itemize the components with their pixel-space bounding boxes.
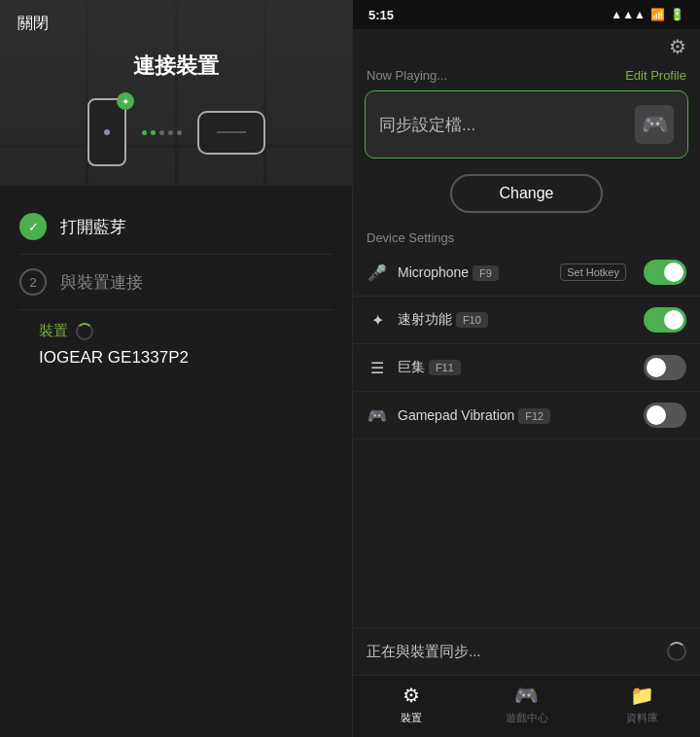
library-icon: 📁 bbox=[630, 684, 654, 707]
right-panel: 5:15 ▲▲▲ 📶 🔋 ⚙ Now Playing... Edit Profi… bbox=[352, 0, 700, 737]
dot bbox=[177, 130, 182, 135]
nav-item-devices[interactable]: ⚙ 裝置 bbox=[353, 684, 469, 725]
device-illustration: ✦ bbox=[0, 81, 352, 178]
sync-spinner bbox=[667, 642, 686, 661]
microphone-toggle[interactable] bbox=[644, 260, 686, 285]
game-center-icon: 🎮 bbox=[514, 684, 539, 707]
vibration-toggle[interactable] bbox=[644, 403, 686, 428]
rapid-fire-hotkey: F10 bbox=[456, 312, 488, 328]
now-playing-text: Now Playing... bbox=[367, 68, 447, 83]
left-header: 關閉 bbox=[0, 0, 352, 44]
dot bbox=[168, 130, 173, 135]
macro-icon: ☰ bbox=[367, 359, 388, 377]
step-label-2: 與裝置連接 bbox=[60, 271, 143, 294]
devices-icon: ⚙ bbox=[402, 684, 420, 707]
gamepad-placeholder-icon: 🎮 bbox=[635, 105, 674, 144]
step-label-1: 打開藍芽 bbox=[60, 216, 126, 238]
macro-toggle[interactable] bbox=[644, 355, 686, 380]
right-header: ⚙ bbox=[353, 29, 700, 64]
vibration-text: Gamepad Vibration bbox=[398, 407, 514, 423]
device-settings-label: Device Settings bbox=[353, 223, 700, 249]
rapid-fire-icon: ✦ bbox=[367, 311, 388, 330]
rapid-fire-toggle[interactable] bbox=[644, 307, 686, 333]
step-item-2: 2 與裝置連接 bbox=[19, 255, 332, 310]
devices-label: 裝置 bbox=[401, 711, 422, 725]
edit-profile-button[interactable]: Edit Profile bbox=[625, 68, 686, 83]
signal-icon: ▲▲▲ bbox=[611, 8, 646, 21]
set-hotkey-button[interactable]: Set Hotkey bbox=[560, 263, 626, 281]
battery-icon: 🔋 bbox=[670, 8, 684, 21]
loading-spinner bbox=[76, 323, 93, 340]
gamepad-illustration bbox=[197, 111, 265, 155]
microphone-text: Microphone bbox=[398, 264, 469, 280]
device-loading-text: 裝置 bbox=[39, 322, 68, 340]
setting-row-rapid-fire: ✦ 速射功能 F10 bbox=[353, 297, 700, 344]
close-button[interactable]: 關閉 bbox=[18, 15, 49, 31]
macro-text: 巨集 bbox=[398, 359, 425, 374]
microphone-hotkey: F9 bbox=[472, 265, 499, 281]
macro-label: 巨集 F11 bbox=[398, 359, 634, 376]
status-bar: 5:15 ▲▲▲ 📶 🔋 bbox=[353, 0, 700, 29]
library-label: 資料庫 bbox=[626, 711, 658, 725]
toggle-knob bbox=[664, 263, 683, 282]
step-badge-done: ✓ bbox=[19, 213, 47, 240]
connection-dots bbox=[142, 130, 182, 135]
setting-row-vibration: 🎮 Gamepad Vibration F12 bbox=[353, 392, 700, 439]
rapid-fire-label: 速射功能 F10 bbox=[398, 311, 634, 329]
now-playing-row: Now Playing... Edit Profile bbox=[353, 64, 700, 90]
device-name: IOGEAR GE1337P2 bbox=[19, 340, 332, 368]
connect-title: 連接裝置 bbox=[0, 52, 352, 81]
microphone-icon: 🎤 bbox=[367, 263, 388, 282]
status-icons: ▲▲▲ 📶 🔋 bbox=[611, 8, 684, 21]
profile-card: 同步設定檔... 🎮 bbox=[365, 90, 688, 158]
change-button[interactable]: Change bbox=[450, 174, 602, 213]
profile-name: 同步設定檔... bbox=[379, 114, 475, 136]
steps-area: ✓ 打開藍芽 2 與裝置連接 裝置 IOGEAR GE1337P2 bbox=[0, 186, 352, 737]
gear-icon[interactable]: ⚙ bbox=[669, 35, 686, 58]
bottom-nav: ⚙ 裝置 🎮 遊戲中心 📁 資料庫 bbox=[353, 675, 700, 737]
vibration-hotkey: F12 bbox=[518, 408, 550, 424]
setting-row-macro: ☰ 巨集 F11 bbox=[353, 344, 700, 392]
vibration-icon: 🎮 bbox=[367, 406, 388, 425]
dot bbox=[151, 130, 156, 135]
vibration-label: Gamepad Vibration F12 bbox=[398, 407, 634, 423]
nav-item-library[interactable]: 📁 資料庫 bbox=[584, 684, 700, 725]
sync-text: 正在與裝置同步... bbox=[367, 643, 481, 661]
change-btn-wrap: Change bbox=[353, 158, 700, 223]
left-panel: 關閉 連接裝置 ✦ ✓ 打開藍芽 2 與裝置連接 裝置 IOGEAR GE133… bbox=[0, 0, 352, 737]
status-time: 5:15 bbox=[368, 8, 394, 22]
dot bbox=[159, 130, 164, 135]
sync-bar: 正在與裝置同步... bbox=[353, 627, 700, 675]
dot bbox=[142, 130, 147, 135]
step-badge-pending: 2 bbox=[19, 268, 47, 296]
toggle-knob bbox=[647, 405, 666, 425]
phone-icon: ✦ bbox=[88, 98, 126, 166]
microphone-label: Microphone F9 bbox=[398, 264, 550, 280]
toggle-knob bbox=[647, 358, 666, 377]
device-loading-row: 裝置 bbox=[19, 310, 332, 340]
toggle-knob bbox=[664, 310, 683, 330]
nav-item-game-center[interactable]: 🎮 遊戲中心 bbox=[469, 684, 584, 725]
rapid-fire-text: 速射功能 bbox=[398, 311, 452, 327]
step-item-1: ✓ 打開藍芽 bbox=[19, 199, 332, 255]
macro-hotkey: F11 bbox=[429, 360, 461, 375]
game-center-label: 遊戲中心 bbox=[506, 711, 548, 725]
wifi-icon: 📶 bbox=[650, 8, 665, 21]
bluetooth-badge: ✦ bbox=[117, 92, 134, 110]
setting-row-microphone: 🎤 Microphone F9 Set Hotkey bbox=[353, 249, 700, 297]
